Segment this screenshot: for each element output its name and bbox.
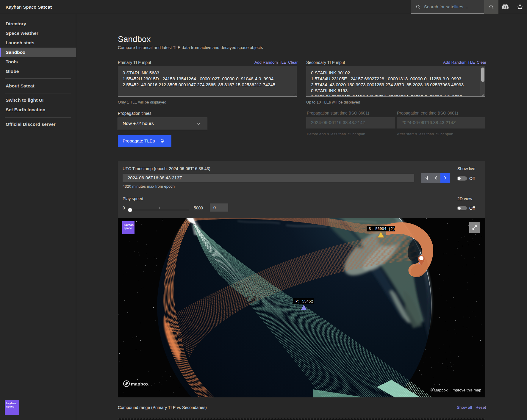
svg-text:S: 56904 (2): S: 56904 (2) — [369, 227, 395, 231]
svg-text:kayhan.: kayhan. — [124, 223, 134, 226]
svg-text:mapbox: mapbox — [131, 381, 149, 386]
svg-text:© Mapbox Improve this map: © Mapbox Improve this map — [430, 388, 481, 392]
svg-text:P: 55452: P: 55452 — [295, 300, 313, 304]
svg-text:space: space — [124, 226, 132, 230]
